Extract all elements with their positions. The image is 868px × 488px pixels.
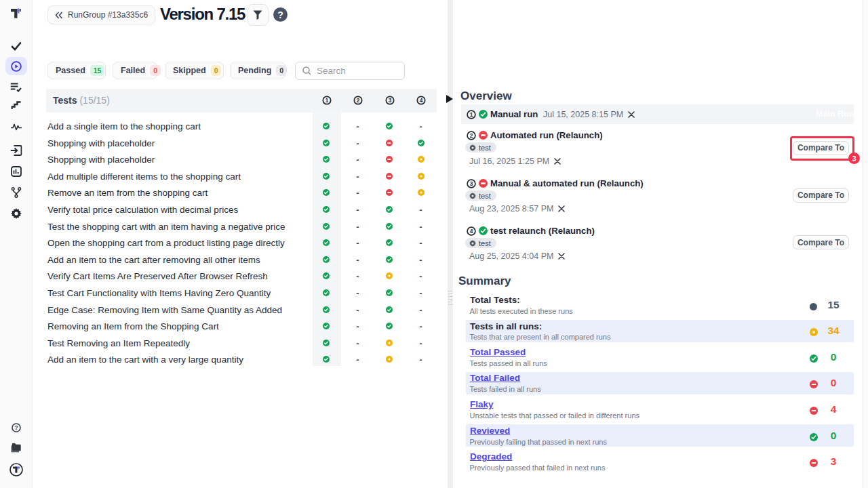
svg-text:4: 4 bbox=[470, 228, 473, 235]
svg-text:1: 1 bbox=[470, 111, 473, 118]
svg-text:3: 3 bbox=[470, 180, 473, 187]
svg-text:2: 2 bbox=[357, 98, 360, 104]
svg-text:3: 3 bbox=[388, 98, 391, 104]
svg-text:?: ? bbox=[14, 424, 18, 431]
svg-text:4: 4 bbox=[420, 98, 423, 104]
svg-text:2: 2 bbox=[470, 132, 473, 139]
svg-text:1: 1 bbox=[326, 98, 329, 104]
